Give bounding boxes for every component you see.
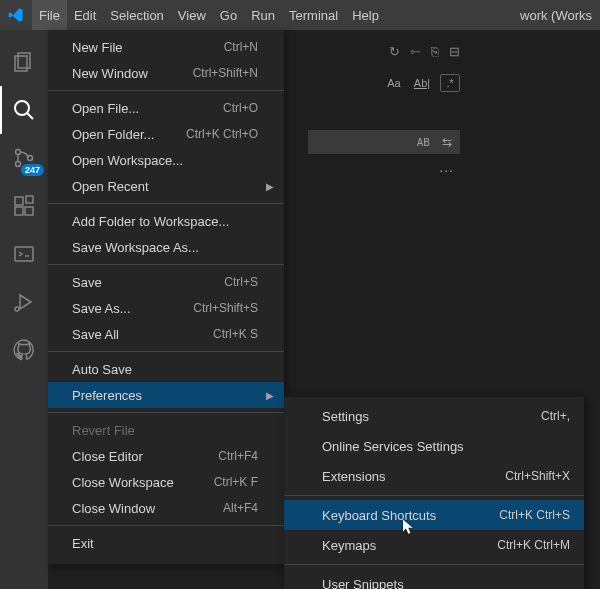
submenu-keyboard-shortcuts[interactable]: Keyboard ShortcutsCtrl+K Ctrl+S xyxy=(284,500,584,530)
svg-rect-9 xyxy=(25,207,33,215)
menu-preferences[interactable]: Preferences▶ xyxy=(48,382,284,408)
menu-save-workspace-as[interactable]: Save Workspace As... xyxy=(48,234,284,260)
submenu-extensions[interactable]: ExtensionsCtrl+Shift+X xyxy=(284,461,584,491)
refresh-icon[interactable]: ↻ xyxy=(389,44,400,59)
svg-rect-7 xyxy=(15,197,23,205)
menu-open-recent[interactable]: Open Recent▶ xyxy=(48,173,284,199)
menu-selection[interactable]: Selection xyxy=(103,0,170,30)
menu-new-window[interactable]: New WindowCtrl+Shift+N xyxy=(48,60,284,86)
replace-all-icon[interactable]: ⇆ xyxy=(442,135,452,149)
preserve-case-toggle[interactable]: AB xyxy=(417,136,430,149)
activity-bar: 247 xyxy=(0,30,48,589)
menu-new-file[interactable]: New FileCtrl+N xyxy=(48,34,284,60)
separator xyxy=(48,412,284,413)
scm-badge: 247 xyxy=(21,164,44,176)
menu-file[interactable]: File xyxy=(32,0,67,30)
separator xyxy=(48,203,284,204)
svg-point-2 xyxy=(15,101,29,115)
submenu-settings[interactable]: SettingsCtrl+, xyxy=(284,401,584,431)
submenu-user-snippets[interactable]: User Snippets xyxy=(284,569,584,589)
separator xyxy=(48,525,284,526)
separator xyxy=(284,495,584,496)
explorer-icon[interactable] xyxy=(0,38,48,86)
menu-revert-file: Revert File xyxy=(48,417,284,443)
chevron-right-icon: ▶ xyxy=(266,390,274,401)
replace-bar[interactable]: AB ⇆ xyxy=(308,130,460,154)
menu-open-folder[interactable]: Open Folder...Ctrl+K Ctrl+O xyxy=(48,121,284,147)
separator xyxy=(48,90,284,91)
separator xyxy=(48,264,284,265)
menubar: File Edit Selection View Go Run Terminal… xyxy=(32,0,520,30)
match-case-toggle[interactable]: Aa xyxy=(384,74,404,92)
search-icon[interactable] xyxy=(0,86,48,134)
svg-point-5 xyxy=(16,162,21,167)
regex-toggle[interactable]: .* xyxy=(440,74,460,92)
separator xyxy=(284,564,584,565)
menu-add-folder[interactable]: Add Folder to Workspace... xyxy=(48,208,284,234)
collapse-icon[interactable]: ⊟ xyxy=(449,44,460,59)
submenu-online-services[interactable]: Online Services Settings xyxy=(284,431,584,461)
svg-rect-11 xyxy=(15,247,33,261)
menu-save-all[interactable]: Save AllCtrl+K S xyxy=(48,321,284,347)
preferences-submenu: SettingsCtrl+, Online Services Settings … xyxy=(284,397,584,589)
match-word-toggle[interactable]: Ab| xyxy=(412,74,432,92)
menu-close-workspace[interactable]: Close WorkspaceCtrl+K F xyxy=(48,469,284,495)
more-options-icon[interactable]: ··· xyxy=(439,162,454,178)
new-file-icon[interactable]: ⎘ xyxy=(431,44,439,59)
svg-point-4 xyxy=(16,150,21,155)
menu-go[interactable]: Go xyxy=(213,0,244,30)
menu-save[interactable]: SaveCtrl+S xyxy=(48,269,284,295)
window-title: work (Works xyxy=(520,8,592,23)
menu-terminal[interactable]: Terminal xyxy=(282,0,345,30)
svg-rect-8 xyxy=(15,207,23,215)
extensions-icon[interactable] xyxy=(0,182,48,230)
submenu-keymaps[interactable]: KeymapsCtrl+K Ctrl+M xyxy=(284,530,584,560)
run-debug-icon[interactable] xyxy=(0,278,48,326)
menu-close-window[interactable]: Close WindowAlt+F4 xyxy=(48,495,284,521)
clear-icon[interactable]: ⇽ xyxy=(410,44,421,59)
menu-open-file[interactable]: Open File...Ctrl+O xyxy=(48,95,284,121)
svg-rect-10 xyxy=(26,196,33,203)
svg-point-12 xyxy=(15,307,19,311)
menu-help[interactable]: Help xyxy=(345,0,386,30)
menu-auto-save[interactable]: Auto Save xyxy=(48,356,284,382)
menu-edit[interactable]: Edit xyxy=(67,0,103,30)
menu-run[interactable]: Run xyxy=(244,0,282,30)
svg-line-3 xyxy=(27,113,33,119)
vscode-logo-icon xyxy=(8,7,24,23)
menu-save-as[interactable]: Save As...Ctrl+Shift+S xyxy=(48,295,284,321)
menu-close-editor[interactable]: Close EditorCtrl+F4 xyxy=(48,443,284,469)
file-dropdown: New FileCtrl+N New WindowCtrl+Shift+N Op… xyxy=(48,30,284,564)
separator xyxy=(48,351,284,352)
menu-exit[interactable]: Exit xyxy=(48,530,284,556)
source-control-icon[interactable]: 247 xyxy=(0,134,48,182)
debug-console-icon[interactable] xyxy=(0,230,48,278)
menu-open-workspace[interactable]: Open Workspace... xyxy=(48,147,284,173)
github-icon[interactable] xyxy=(0,326,48,374)
menu-view[interactable]: View xyxy=(171,0,213,30)
chevron-right-icon: ▶ xyxy=(266,181,274,192)
